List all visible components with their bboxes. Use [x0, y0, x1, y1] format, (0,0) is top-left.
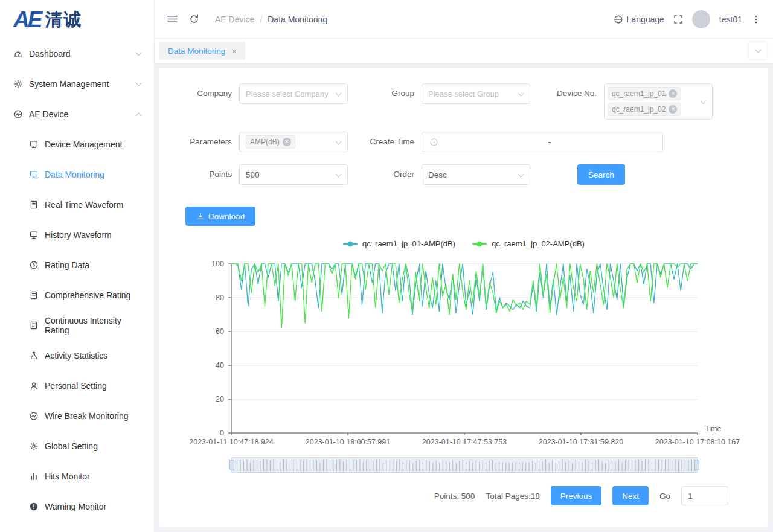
chevron-down-icon	[518, 171, 524, 178]
wire-icon	[29, 411, 39, 421]
remove-tag-icon[interactable]: ×	[669, 89, 677, 98]
clock-icon	[429, 138, 438, 147]
refresh-icon[interactable]	[189, 14, 199, 24]
filter-row-2: Parameters AMP(dB)× Create Time -	[159, 132, 768, 152]
create-time-range-picker[interactable]: -	[422, 132, 663, 152]
gear-icon	[13, 79, 23, 89]
order-value: Desc	[428, 170, 447, 179]
sidebar-nav: DashboardSystem ManagementAE DeviceDevic…	[0, 39, 154, 522]
sidebar-item-continuous-intensity-rating[interactable]: Continuous Intensity Rating	[0, 310, 154, 341]
chevron-down-icon	[336, 171, 342, 178]
logo-brand: AE	[13, 8, 40, 31]
close-icon[interactable]: ×	[231, 46, 237, 56]
more-vertical-icon[interactable]	[751, 14, 761, 24]
hamburger-menu-icon[interactable]	[167, 13, 178, 25]
gauge-icon	[13, 49, 23, 59]
y-tick-label: 80	[216, 293, 224, 302]
sidebar-item-real-time-waveform[interactable]: Real Time Waveform	[0, 190, 154, 220]
tag-label: qc_raem1_jp_01	[612, 89, 666, 98]
sidebar-item-warning-monitor[interactable]: Warning Monitor	[0, 492, 154, 522]
data-monitoring-panel: Company Please select Company Group Plea…	[159, 68, 768, 527]
datazoom-slider[interactable]	[231, 457, 698, 473]
sidebar-item-personal-setting[interactable]: Personal Setting	[0, 371, 154, 401]
search-button[interactable]: Search	[577, 164, 625, 185]
datazoom-canvas	[232, 458, 697, 472]
monitor-icon	[29, 230, 39, 240]
legend-item[interactable]: qc_raem1_jp_01-AMP(dB)	[343, 239, 455, 248]
parameters-select[interactable]: AMP(dB)×	[239, 132, 348, 152]
language-switcher[interactable]: Language	[614, 14, 664, 24]
sidebar-item-activity-statistics[interactable]: Activity Statistics	[0, 341, 154, 371]
main-column: AE Device / Data Monitoring Language tes…	[155, 0, 773, 532]
order-label: Order	[354, 164, 414, 185]
company-select[interactable]: Please select Company	[239, 83, 348, 104]
previous-button[interactable]: Previous	[551, 486, 602, 505]
sidebar-item-data-monitoring[interactable]: Data Monitoring	[0, 159, 154, 190]
sidebar-item-comprehensive-rating[interactable]: Comprehensive Rating	[0, 280, 154, 310]
sidebar-item-label: History Waveform	[45, 230, 112, 240]
sidebar-item-rating-data[interactable]: Rating Data	[0, 250, 154, 280]
sidebar-item-ae-device[interactable]: AE Device	[0, 99, 154, 129]
legend-label: qc_raem1_jp_02-AMP(dB)	[492, 239, 585, 248]
sidebar-item-system-management[interactable]: System Management	[0, 69, 154, 99]
sidebar-item-wire-break-monitoring[interactable]: Wire Break Monitoring	[0, 401, 154, 431]
username[interactable]: test01	[719, 14, 742, 24]
datazoom-handle-right[interactable]	[694, 460, 699, 470]
sidebar-item-label: Rating Data	[45, 260, 89, 270]
fullscreen-icon[interactable]	[673, 14, 683, 24]
create-time-label: Create Time	[354, 132, 414, 152]
x-tick-label: 2023-01-10 18:00:57.991	[306, 438, 390, 446]
tab-options-button[interactable]	[749, 42, 767, 59]
device-tag: qc_raem1_jp_01×	[608, 87, 681, 100]
sidebar-item-label: Global Setting	[45, 441, 98, 451]
monitor-icon	[29, 170, 39, 179]
logo-brand-cn: 清诚	[45, 11, 82, 28]
sidebar-item-label: Activity Statistics	[45, 351, 107, 361]
x-tick-label: 2023-01-10 17:31:59.820	[539, 438, 623, 446]
device-icon	[13, 109, 23, 119]
y-tick-label: 0	[220, 429, 224, 437]
datazoom-handle-left[interactable]	[229, 460, 234, 470]
sidebar: AE 清诚 DashboardSystem ManagementAE Devic…	[0, 0, 155, 532]
next-button[interactable]: Next	[612, 486, 649, 505]
device-no-select[interactable]: qc_raem1_jp_01× qc_raem1_jp_02×	[604, 83, 713, 120]
group-select[interactable]: Please select Group	[422, 83, 530, 104]
remove-tag-icon[interactable]: ×	[283, 138, 291, 146]
remove-tag-icon[interactable]: ×	[669, 105, 677, 114]
doc-lines-icon	[29, 321, 39, 330]
points-value: 500	[246, 170, 260, 179]
sidebar-item-device-management[interactable]: Device Management	[0, 129, 154, 159]
tabbar: Data Monitoring ×	[155, 39, 773, 63]
chevron-up-icon	[136, 112, 142, 118]
sidebar-item-label: Dashboard	[29, 49, 136, 59]
x-tick-label: 2023-01-10 17:47:53.753	[422, 438, 507, 446]
clock-icon	[29, 260, 39, 270]
tab-data-monitoring[interactable]: Data Monitoring ×	[159, 42, 245, 60]
order-select[interactable]: Desc	[422, 164, 530, 185]
series-line	[231, 264, 698, 315]
sidebar-item-global-setting[interactable]: Global Setting	[0, 431, 154, 461]
y-tick-label: 20	[216, 395, 224, 403]
group-label: Group	[354, 83, 414, 104]
sidebar-item-history-waveform[interactable]: History Waveform	[0, 220, 154, 250]
x-tick-label: 2023-01-10 17:08:10.167	[655, 438, 740, 446]
avatar[interactable]	[692, 10, 710, 28]
page-input[interactable]	[681, 486, 728, 505]
sidebar-item-label: Data Monitoring	[45, 170, 104, 179]
chevron-down-icon	[755, 46, 761, 53]
sidebar-item-label: Real Time Waveform	[45, 200, 123, 210]
sidebar-item-label: Hits Monitor	[45, 472, 90, 481]
chevron-down-icon	[136, 80, 142, 86]
device-no-label: Device No.	[536, 83, 597, 104]
download-button[interactable]: Download	[185, 207, 255, 226]
legend-item[interactable]: qc_raem1_jp_02-AMP(dB)	[472, 239, 585, 248]
chart-legend: qc_raem1_jp_01-AMP(dB)qc_raem1_jp_02-AMP…	[159, 239, 768, 248]
breadcrumb-parent[interactable]: AE Device	[215, 14, 254, 24]
gear-icon	[29, 441, 39, 451]
tab-label: Data Monitoring	[168, 46, 225, 56]
sidebar-item-dashboard[interactable]: Dashboard	[0, 39, 154, 69]
company-placeholder: Please select Company	[246, 89, 329, 98]
legend-marker-icon	[472, 243, 487, 245]
points-select[interactable]: 500	[239, 164, 348, 185]
sidebar-item-hits-monitor[interactable]: Hits Monitor	[0, 461, 154, 492]
